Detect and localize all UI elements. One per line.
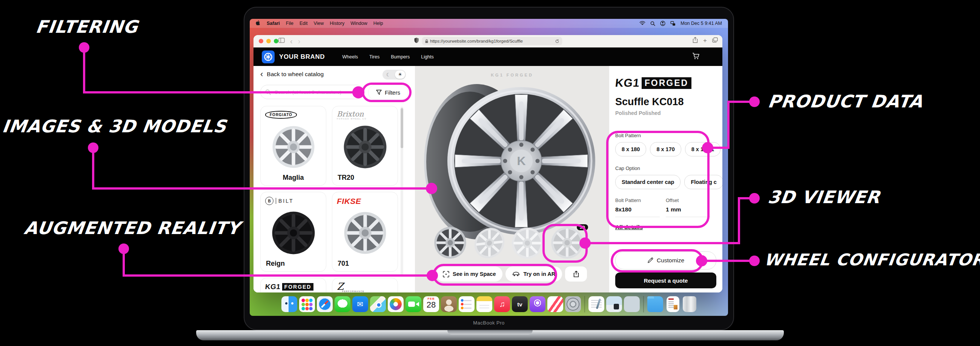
displays-icon[interactable]	[670, 21, 676, 26]
wheel-image	[336, 209, 394, 257]
cap-option-2[interactable]: Floating c	[684, 175, 722, 189]
annotation-filtering: FILTERING	[35, 17, 139, 37]
back-to-catalog-link[interactable]: ‹ Back to wheel catalog	[260, 70, 324, 78]
dock-icon-launchpad[interactable]	[299, 296, 315, 312]
share-icon[interactable]	[692, 37, 698, 44]
menu-item-history[interactable]: History	[330, 21, 344, 26]
dock-icon-document[interactable]	[667, 296, 679, 312]
brand-name[interactable]: YOUR BRAND	[279, 53, 325, 61]
try-on-in-ar-button[interactable]: Try on in AR	[506, 267, 562, 281]
dock-icon-facetime[interactable]	[406, 296, 422, 312]
brand-logo-icon[interactable]	[262, 51, 275, 63]
magnifier-icon	[265, 89, 271, 95]
macos-menu-bar: Safari File Edit View History Window Hel…	[250, 19, 728, 28]
menu-item-safari[interactable]: Safari	[267, 21, 280, 26]
see-in-my-space-label: See in my Space	[453, 271, 496, 277]
brand-logo-forgiato: FORGIATO	[265, 111, 297, 119]
product-card-z[interactable]: Z PERFORMANCE	[332, 278, 398, 292]
menu-item-view[interactable]: View	[313, 21, 324, 26]
funnel-icon	[376, 90, 382, 95]
menu-item-window[interactable]: Window	[350, 21, 367, 26]
dock-icon-photos[interactable]	[388, 296, 404, 312]
safari-window: ‹ › https://yourwebsite.com/brand/kg1for…	[253, 35, 722, 292]
privacy-shield-icon[interactable]	[414, 37, 419, 45]
bilt-monogram: B	[265, 197, 274, 205]
dock-icon-trash[interactable]	[683, 296, 696, 312]
minimize-window-button[interactable]	[266, 39, 271, 43]
menu-bar-clock[interactable]: Mon Dec 5 9:41 AM	[681, 21, 722, 26]
search-input[interactable]	[274, 89, 359, 95]
close-window-button[interactable]	[259, 39, 263, 43]
see-in-my-space-button[interactable]: See in my Space	[436, 267, 503, 281]
dock-icon-textedit[interactable]	[589, 296, 604, 312]
thumbnail-4-3d[interactable]: 3D	[549, 226, 585, 261]
dock-icon-contacts[interactable]	[441, 296, 457, 312]
product-card-tr20[interactable]: Brixton FORGED WHEEL CO TR20	[332, 106, 398, 186]
sidebar-toggle-icon[interactable]	[278, 38, 285, 44]
nav-item-bumpers[interactable]: Bumpers	[391, 54, 410, 60]
control-center-icon[interactable]	[660, 21, 665, 26]
chevron-left-icon: ‹	[260, 70, 263, 78]
menu-item-help[interactable]: Help	[374, 21, 383, 26]
light-mode-sun-icon[interactable]: ☀	[395, 70, 405, 79]
forward-button[interactable]: ›	[298, 37, 301, 46]
product-name: TR20	[337, 174, 354, 182]
dock-icon-settings[interactable]	[565, 296, 581, 312]
cart-icon[interactable]	[692, 52, 700, 62]
dark-mode-moon-icon[interactable]: ☾	[382, 72, 394, 78]
address-bar[interactable]: https://yourwebsite.com/brand/kg1forged/…	[422, 37, 562, 45]
nav-item-wheels[interactable]: Wheels	[342, 54, 358, 60]
tab-overview-icon[interactable]	[712, 37, 718, 44]
viewer-share-button[interactable]	[565, 267, 587, 281]
dock-icon-mail[interactable]: ✉	[352, 296, 368, 312]
zoom-window-button[interactable]	[274, 39, 278, 43]
product-card-reign[interactable]: B BILT Reign	[260, 192, 326, 272]
search-field[interactable]	[260, 85, 364, 99]
spec-offset-label: Offset	[666, 197, 716, 203]
dock-icon-calendar[interactable]: FEB 28	[423, 296, 439, 312]
dock-icon-tv[interactable]: tv	[512, 296, 528, 312]
product-card-701[interactable]: FIKSE 701	[332, 192, 398, 272]
dock-icon-messages[interactable]	[334, 296, 350, 312]
share-icon	[573, 271, 579, 278]
filters-button[interactable]: Filters	[368, 85, 408, 100]
thumbnail-3[interactable]	[511, 227, 544, 261]
bolt-pattern-option-2[interactable]: 8 x 170	[650, 142, 681, 156]
search-icon[interactable]	[650, 21, 655, 26]
menu-item-file[interactable]: File	[286, 21, 293, 26]
dock-icon-reminders[interactable]	[459, 296, 474, 312]
dock-icon-finder[interactable]	[282, 296, 297, 312]
back-button[interactable]: ‹	[290, 37, 293, 46]
product-card-maglia[interactable]: FORGIATO Maglia	[260, 106, 326, 186]
dock-icon-safari[interactable]	[317, 296, 333, 312]
nav-item-lights[interactable]: Lights	[421, 54, 433, 60]
nav-item-tires[interactable]: Tires	[369, 54, 379, 60]
menu-item-edit[interactable]: Edit	[299, 21, 308, 26]
dock-icon-maps[interactable]	[370, 296, 386, 312]
dock-icon-podcasts[interactable]	[530, 296, 546, 312]
wheel-viewer[interactable]: KG1 FORGED	[415, 66, 609, 292]
sidebar-scrollbar-thumb[interactable]	[401, 108, 403, 148]
thumbnail-1[interactable]	[432, 226, 468, 261]
bolt-pattern-option-3[interactable]: 8 x 165.1	[685, 142, 721, 156]
back-label: Back to wheel catalog	[267, 71, 324, 78]
bolt-pattern-option-1[interactable]: 8 x 180	[615, 142, 646, 156]
customize-button[interactable]: Customize	[615, 251, 716, 270]
dock-icon-music[interactable]: ♫	[494, 296, 510, 312]
dock-icon-news[interactable]	[547, 296, 563, 312]
dock-icon-notes[interactable]	[476, 296, 492, 312]
all-details-link[interactable]: All details	[615, 224, 643, 231]
wifi-icon[interactable]	[640, 21, 646, 25]
dock-icon-folder[interactable]	[647, 296, 663, 312]
new-tab-icon[interactable]: +	[703, 37, 707, 44]
dock-icon-preview[interactable]	[606, 296, 622, 312]
cap-option-1[interactable]: Standard center cap	[615, 175, 681, 189]
request-quote-button[interactable]: Request a quote	[615, 273, 716, 288]
main-wheel-image[interactable]: K	[420, 76, 602, 244]
product-card-kg1[interactable]: KG1 FORGED	[260, 278, 326, 292]
apple-logo-icon[interactable]	[256, 20, 261, 27]
reload-icon[interactable]	[555, 39, 559, 43]
dock-icon-app[interactable]	[624, 296, 640, 312]
theme-toggle[interactable]: ☾ ☀	[382, 70, 406, 79]
thumbnail-2[interactable]	[473, 227, 506, 261]
